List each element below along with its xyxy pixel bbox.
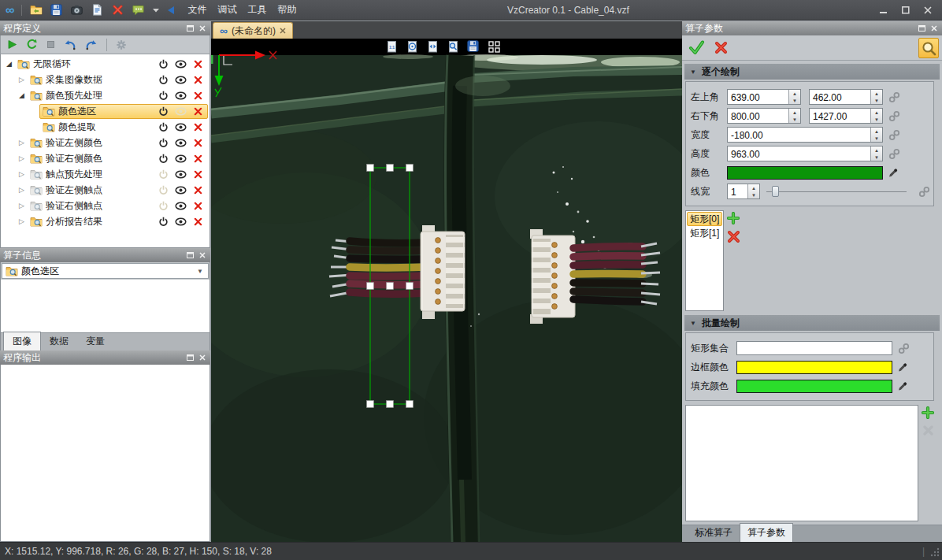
add-shape-button[interactable] <box>727 212 740 224</box>
linewidth-slider[interactable] <box>766 185 907 198</box>
eye-icon[interactable] <box>173 123 187 132</box>
eye-icon[interactable] <box>173 217 187 226</box>
minimize-button[interactable] <box>873 2 895 18</box>
link-icon[interactable] <box>888 91 900 103</box>
tree-item-1[interactable]: ▷采集图像数据 <box>1 72 210 87</box>
expand-arrow-icon[interactable]: ▷ <box>17 186 27 194</box>
delete-icon[interactable] <box>191 139 205 147</box>
power-icon[interactable] <box>156 185 170 195</box>
panel-close-button[interactable] <box>197 250 207 261</box>
batch-shape-list[interactable] <box>685 405 918 521</box>
shape-list[interactable]: 矩形[0]矩形[1] <box>685 210 724 311</box>
info-tab-0[interactable]: 图像 <box>3 332 41 350</box>
bottomright-x-spinner[interactable]: 800.00 ▲▼ <box>727 108 801 124</box>
link-icon[interactable] <box>888 129 900 141</box>
eyedropper-icon[interactable] <box>888 167 899 178</box>
power-icon[interactable] <box>156 201 170 211</box>
tree-item-4[interactable]: 颜色提取 <box>1 119 210 135</box>
slider-handle[interactable] <box>772 186 779 197</box>
cancel-x-button[interactable] <box>714 41 728 54</box>
delete-icon[interactable] <box>191 186 205 195</box>
expand-arrow-icon[interactable]: ▷ <box>17 154 27 162</box>
viewer-tab[interactable]: ∞ (未命名的) <box>213 22 293 39</box>
actual-size-icon[interactable]: 1:1 <box>385 40 399 54</box>
panel-close-button[interactable] <box>197 24 207 34</box>
delete-icon[interactable] <box>191 60 205 69</box>
tree-item-0[interactable]: ◢无限循环 <box>1 56 210 72</box>
panel-float-button[interactable] <box>185 250 195 261</box>
zoom-icon[interactable] <box>447 40 460 54</box>
pan-icon[interactable] <box>406 40 419 54</box>
maximize-button[interactable] <box>895 2 917 18</box>
loop-run-button[interactable] <box>26 39 38 50</box>
right-tab-0[interactable]: 标准算子 <box>688 524 740 542</box>
add-batch-button[interactable] <box>922 406 934 419</box>
delete-icon[interactable] <box>191 76 205 84</box>
save-icon[interactable] <box>50 3 63 17</box>
section-batch-draw[interactable]: ▼ 批量绘制 <box>684 315 940 331</box>
image-canvas[interactable]: 1:1 <box>211 39 682 543</box>
power-icon[interactable] <box>156 169 170 180</box>
tree-item-2[interactable]: ◢颜色预先处理 <box>1 87 210 103</box>
draw-color-swatch[interactable] <box>727 166 883 180</box>
run-button[interactable] <box>7 39 17 50</box>
panel-close-button[interactable] <box>929 24 939 34</box>
delete-icon[interactable] <box>191 170 205 179</box>
eye-icon[interactable] <box>173 186 187 195</box>
section-collapse-arrow-icon[interactable]: ▼ <box>690 69 696 76</box>
info-tab-1[interactable]: 数据 <box>41 332 77 350</box>
eye-icon[interactable] <box>173 170 187 179</box>
link-icon[interactable] <box>888 110 900 122</box>
menu-1[interactable]: 调试 <box>212 3 242 17</box>
expand-arrow-icon[interactable]: ◢ <box>4 60 14 68</box>
open-folder-icon[interactable] <box>29 3 43 17</box>
power-icon[interactable] <box>156 154 170 164</box>
eye-icon[interactable] <box>173 60 187 69</box>
operator-selector-combobox[interactable]: 颜色选区 ▼ <box>2 263 209 279</box>
border-color-swatch[interactable] <box>736 361 892 374</box>
bottomright-y-spinner[interactable]: 1427.00 ▲▼ <box>809 108 883 124</box>
eye-icon[interactable] <box>173 107 187 116</box>
remove-shape-button[interactable] <box>727 230 740 243</box>
linewidth-spinner[interactable]: 1 ▲▼ <box>727 184 760 199</box>
menu-0[interactable]: 文件 <box>182 3 212 17</box>
save-image-icon[interactable] <box>467 40 480 54</box>
redo-button[interactable] <box>85 39 98 50</box>
power-icon[interactable] <box>156 138 170 148</box>
eye-icon[interactable] <box>173 76 187 84</box>
tab-close-icon[interactable] <box>280 28 286 34</box>
remove-batch-button[interactable] <box>922 425 934 436</box>
expand-arrow-icon[interactable]: ▷ <box>17 139 27 146</box>
tree-item-8[interactable]: ▷验证左侧触点 <box>1 182 210 198</box>
delete-red-x-icon[interactable] <box>111 3 124 17</box>
panel-float-button[interactable] <box>917 24 927 34</box>
power-icon[interactable] <box>156 122 170 132</box>
section-single-draw[interactable]: ▼ 逐个绘制 <box>684 64 940 80</box>
link-icon[interactable] <box>918 186 930 198</box>
undo-button[interactable] <box>64 39 76 50</box>
expand-arrow-icon[interactable]: ▷ <box>17 217 27 225</box>
delete-icon[interactable] <box>191 107 205 116</box>
delete-icon[interactable] <box>191 91 205 100</box>
tree-item-6[interactable]: ▷验证右侧颜色 <box>1 150 210 166</box>
document-icon[interactable] <box>91 3 104 17</box>
tree-item-7[interactable]: ▷触点预先处理 <box>1 166 210 182</box>
power-icon[interactable] <box>156 217 170 227</box>
topleft-x-spinner[interactable]: 639.00 ▲▼ <box>727 89 801 105</box>
shape-list-item-1[interactable]: 矩形[1] <box>687 226 722 240</box>
link-icon[interactable] <box>888 148 900 160</box>
resize-grip[interactable] <box>929 547 940 557</box>
power-icon[interactable] <box>156 59 170 69</box>
height-spinner[interactable]: 963.00 ▲▼ <box>727 146 883 161</box>
delete-icon[interactable] <box>191 123 205 132</box>
panel-close-button[interactable] <box>197 353 207 363</box>
rect-set-input[interactable] <box>736 341 892 355</box>
expand-arrow-icon[interactable]: ◢ <box>17 91 27 99</box>
fill-color-swatch[interactable] <box>736 380 892 393</box>
eye-icon[interactable] <box>173 139 187 147</box>
menu-3[interactable]: 帮助 <box>272 3 302 17</box>
camera-icon[interactable] <box>70 3 83 17</box>
expand-arrow-icon[interactable]: ▷ <box>17 202 27 210</box>
chevron-down-icon[interactable]: ▼ <box>197 268 205 275</box>
width-spinner[interactable]: -180.00 ▲▼ <box>727 127 883 143</box>
